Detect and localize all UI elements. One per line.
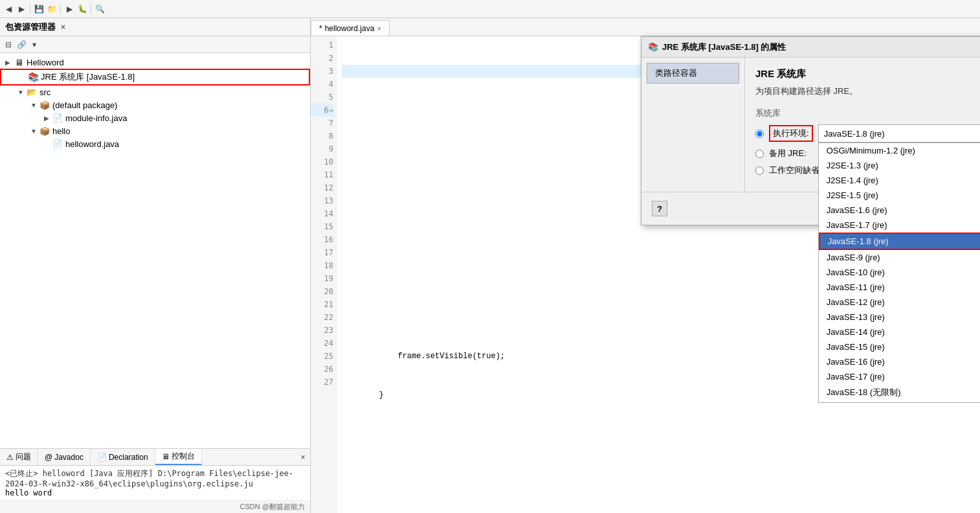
tree-icon-src: 📂 bbox=[26, 87, 38, 97]
tree-item-jre-lib[interactable]: 📚 JRE 系统库 [JavaSE-1.8] bbox=[0, 69, 310, 86]
jre-option-javase11[interactable]: JavaSE-11 (jre) bbox=[819, 280, 980, 295]
tree-icon-hello: 📦 bbox=[39, 126, 50, 136]
toolbar-search-icon[interactable]: 🔍 bbox=[94, 3, 106, 15]
tree-item-default-pkg[interactable]: ▼ 📦 (default package) bbox=[0, 98, 310, 111]
dialog-titlebar: 📚 JRE 系统库 [JavaSE-1.8] 的属性 — □ × bbox=[641, 37, 980, 58]
jre-select-value: JavaSE-1.8 (jre) bbox=[824, 129, 885, 139]
package-explorer-tree: ▶ 🖥 Helloword 📚 JRE 系统库 [JavaSE-1.8] ▼ 📂… bbox=[0, 53, 310, 448]
radio-workspace[interactable] bbox=[755, 166, 764, 175]
line-num-17: 17 bbox=[311, 246, 333, 259]
jre-option-javase18nolimit[interactable]: JavaSE-18 (无限制) bbox=[819, 384, 980, 401]
toolbar-open-icon[interactable]: 📁 bbox=[46, 3, 58, 15]
tree-item-src[interactable]: ▼ 📂 src bbox=[0, 86, 310, 98]
left-panel: 包资源管理器 × ⊟ 🔗 ▾ ▶ 🖥 Helloword 📚 JRE 系统库 [… bbox=[0, 18, 311, 513]
tab-javadoc[interactable]: @ Javadoc bbox=[38, 449, 91, 465]
console-line-2: hello word bbox=[5, 488, 305, 497]
main-layout: 包资源管理器 × ⊟ 🔗 ▾ ▶ 🖥 Helloword 📚 JRE 系统库 [… bbox=[0, 18, 980, 513]
line-num-22: 22 bbox=[311, 311, 333, 324]
line-num-14: 14 bbox=[311, 207, 333, 220]
line-num-11: 11 bbox=[311, 168, 333, 181]
jre-option-javase15[interactable]: JavaSE-15 (jre) bbox=[819, 339, 980, 354]
jre-option-javase18-selected[interactable]: JavaSE-1.8 (jre) bbox=[819, 233, 980, 250]
jre-option-j2se14[interactable]: J2SE-1.4 (jre) bbox=[819, 173, 980, 188]
line-num-25: 25 bbox=[311, 350, 333, 363]
tab-close-icon[interactable]: × bbox=[377, 25, 381, 32]
bottom-panel-close[interactable]: × bbox=[298, 451, 310, 463]
line-num-1: 1 bbox=[311, 39, 333, 52]
toolbar-save-icon[interactable]: 💾 bbox=[33, 3, 45, 15]
line-num-3: 3 bbox=[311, 65, 333, 78]
collapse-icon[interactable]: ⊟ bbox=[3, 39, 14, 51]
tree-item-module-info[interactable]: ▶ 📄 module-info.java bbox=[0, 111, 310, 124]
tree-arrow-helloword: ▶ bbox=[3, 57, 13, 67]
declaration-icon: 📄 bbox=[97, 453, 107, 462]
jre-option-javase19[interactable]: JavaSE-19 (无限制) bbox=[819, 401, 980, 402]
bottom-panel: ⚠ 问题 @ Javadoc 📄 Declaration 🖥 控制台 × bbox=[0, 448, 310, 513]
line-numbers: 1 2 3 4 5 6⇒ 7 8 9 10 11 12 13 14 15 16 … bbox=[311, 36, 337, 513]
sidebar-btn-classpath[interactable]: 类路径容器 bbox=[647, 63, 739, 84]
editor-tab-helloword[interactable]: * helloword.java × bbox=[311, 20, 390, 36]
tree-item-helloword-java[interactable]: 📄 helloword.java bbox=[0, 137, 310, 150]
tab-console-label: 控制台 bbox=[172, 451, 195, 462]
tree-icon-helloword-java: 📄 bbox=[52, 139, 63, 149]
line-num-4: 4 bbox=[311, 78, 333, 91]
tab-filename: helloword.java bbox=[325, 24, 375, 33]
tree-icon-helloword: 🖥 bbox=[13, 57, 25, 67]
line-num-16: 16 bbox=[311, 233, 333, 246]
toolbar-back-icon[interactable]: ◀ bbox=[3, 3, 14, 15]
view-menu-icon[interactable]: ▾ bbox=[28, 39, 40, 51]
line-num-27: 27 bbox=[311, 376, 333, 389]
separator bbox=[60, 4, 61, 14]
radio-label-alt-jre[interactable]: 备用 JRE: bbox=[769, 148, 807, 159]
line-num-5: 5 bbox=[311, 91, 333, 104]
line-num-20: 20 bbox=[311, 285, 333, 298]
tree-label-helloword: Helloword bbox=[27, 58, 64, 67]
jre-option-javase17v2[interactable]: JavaSE-17 (jre) bbox=[819, 369, 980, 384]
jre-option-j2se15[interactable]: J2SE-1.5 (jre) bbox=[819, 188, 980, 203]
toolbar-run-icon[interactable]: ▶ bbox=[63, 3, 75, 15]
tree-item-hello[interactable]: ▼ 📦 hello bbox=[0, 124, 310, 137]
dialog-description: 为项目构建路径选择 JRE。 bbox=[755, 86, 980, 97]
bottom-footer: CSDN @翻篇超能力 bbox=[0, 500, 310, 513]
jre-properties-dialog[interactable]: 📚 JRE 系统库 [JavaSE-1.8] 的属性 — □ × 类路径容器 bbox=[641, 36, 980, 225]
jre-option-j2se13[interactable]: J2SE-1.3 (jre) bbox=[819, 158, 980, 173]
toolbar-forward-icon[interactable]: ▶ bbox=[16, 3, 27, 15]
dialog-body: 类路径容器 JRE 系统库 为项目构建路径选择 JRE。 系统库 执行环境: bbox=[641, 58, 980, 192]
tab-declaration[interactable]: 📄 Declaration bbox=[91, 449, 155, 465]
line-num-13: 13 bbox=[311, 194, 333, 207]
radio-label-exec-env[interactable]: 执行环境: bbox=[769, 125, 813, 142]
tab-problems[interactable]: ⚠ 问题 bbox=[0, 449, 38, 465]
tab-console[interactable]: 🖥 控制台 bbox=[155, 449, 202, 465]
jre-option-osgimin[interactable]: OSGi/Minimum-1.2 (jre) bbox=[819, 143, 980, 158]
tree-icon-module: 📄 bbox=[52, 113, 63, 123]
jre-option-javase12[interactable]: JavaSE-12 (jre) bbox=[819, 295, 980, 310]
line-num-6: 6⇒ bbox=[311, 104, 333, 117]
help-button[interactable]: ? bbox=[652, 201, 667, 216]
link-icon[interactable]: 🔗 bbox=[16, 39, 27, 51]
dialog-content: JRE 系统库 为项目构建路径选择 JRE。 系统库 执行环境: JavaSE-… bbox=[745, 58, 980, 192]
tree-item-helloword[interactable]: ▶ 🖥 Helloword bbox=[0, 56, 310, 69]
package-explorer-close[interactable]: × bbox=[61, 23, 65, 32]
tree-arrow-default-pkg: ▼ bbox=[28, 100, 39, 110]
jre-option-javase13[interactable]: JavaSE-13 (jre) bbox=[819, 310, 980, 325]
tree-label-src: src bbox=[39, 87, 50, 97]
toolbar-debug-icon[interactable]: 🐛 bbox=[76, 3, 88, 15]
line-num-24: 24 bbox=[311, 337, 333, 350]
editor-tab-bar: * helloword.java × bbox=[311, 18, 980, 36]
line-num-12: 12 bbox=[311, 181, 333, 194]
jre-option-javase16[interactable]: JavaSE-1.6 (jre) bbox=[819, 203, 980, 218]
dialog-title: 📚 JRE 系统库 [JavaSE-1.8] 的属性 bbox=[648, 41, 786, 53]
jre-option-javase10[interactable]: JavaSE-10 (jre) bbox=[819, 265, 980, 280]
jre-option-javase17[interactable]: JavaSE-1.7 (jre) bbox=[819, 218, 980, 233]
separator bbox=[91, 4, 91, 14]
package-explorer-label: 包资源管理器 bbox=[5, 21, 56, 33]
radio-exec-env[interactable] bbox=[755, 130, 764, 138]
jre-dropdown-list: OSGi/Minimum-1.2 (jre) J2SE-1.3 (jre) J2… bbox=[819, 143, 980, 402]
jre-option-javase14[interactable]: JavaSE-14 (jre) bbox=[819, 325, 980, 339]
jre-option-javase9[interactable]: JavaSE-9 (jre) bbox=[819, 250, 980, 265]
jre-select[interactable]: JavaSE-1.8 (jre) ▾ bbox=[818, 124, 980, 142]
jre-option-javase16v2[interactable]: JavaSE-16 (jre) bbox=[819, 354, 980, 369]
dialog-content-title: JRE 系统库 bbox=[755, 68, 980, 80]
radio-alt-jre[interactable] bbox=[755, 150, 764, 158]
radio-label-workspace[interactable]: 工作空间缺省 bbox=[769, 165, 819, 176]
